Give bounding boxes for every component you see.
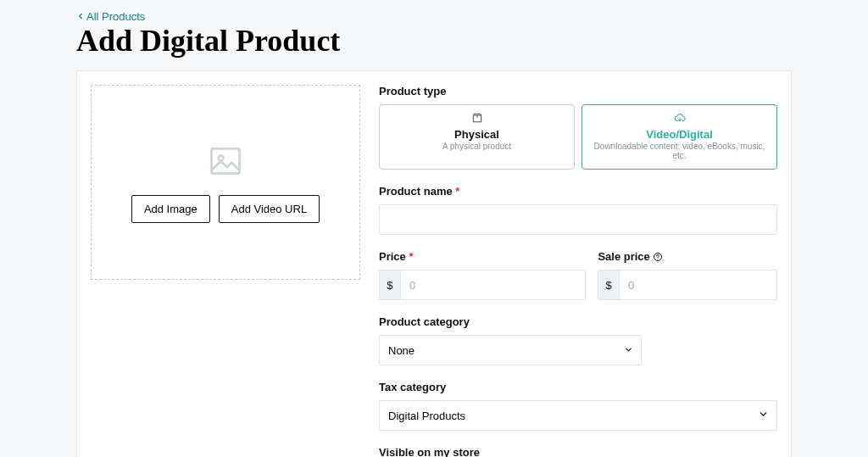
product-type-physical[interactable]: Physical A physical product (379, 104, 575, 170)
price-input[interactable] (400, 270, 586, 300)
product-category-select[interactable] (379, 335, 642, 365)
help-icon[interactable] (653, 252, 663, 262)
package-icon (388, 112, 565, 126)
product-type-digital[interactable]: Video/Digital Downloadable content: vide… (581, 104, 777, 170)
visible-label: Visible on my store (379, 446, 777, 457)
currency-addon: $ (379, 270, 400, 300)
product-type-label: Product type (379, 85, 777, 98)
page-title: Add Digital Product (76, 23, 792, 59)
sale-price-input[interactable] (619, 270, 777, 300)
chevron-left-icon (76, 10, 85, 23)
currency-addon: $ (598, 270, 619, 300)
media-dropzone[interactable]: Add Image Add Video URL (91, 85, 360, 280)
all-products-link[interactable]: All Products (76, 0, 145, 23)
product-name-input[interactable] (379, 204, 777, 235)
required-asterisk: * (409, 250, 413, 263)
price-label-text: Price (379, 250, 406, 263)
product-name-label: Product name * (379, 185, 777, 198)
product-name-label-text: Product name (379, 185, 453, 198)
sale-price-label-text: Sale price (598, 250, 649, 263)
cloud-download-icon (591, 112, 768, 126)
svg-point-3 (657, 259, 658, 259)
svg-rect-0 (212, 148, 240, 173)
tax-category-select[interactable] (379, 400, 777, 431)
image-placeholder-icon (207, 142, 244, 176)
back-link-text: All Products (86, 10, 145, 23)
digital-title: Video/Digital (591, 128, 768, 141)
svg-point-1 (219, 155, 224, 160)
product-category-label: Product category (379, 315, 642, 328)
digital-subtitle: Downloadable content: video, eBooks, mus… (591, 142, 768, 160)
sale-price-label: Sale price (598, 250, 777, 263)
price-label: Price * (379, 250, 586, 263)
add-video-url-button[interactable]: Add Video URL (219, 195, 320, 223)
product-form-card: Add Image Add Video URL Product type Phy… (76, 70, 792, 457)
add-image-button[interactable]: Add Image (131, 195, 210, 223)
physical-subtitle: A physical product (388, 142, 565, 151)
required-asterisk: * (455, 185, 459, 198)
tax-category-label: Tax category (379, 381, 777, 393)
physical-title: Physical (388, 128, 565, 141)
